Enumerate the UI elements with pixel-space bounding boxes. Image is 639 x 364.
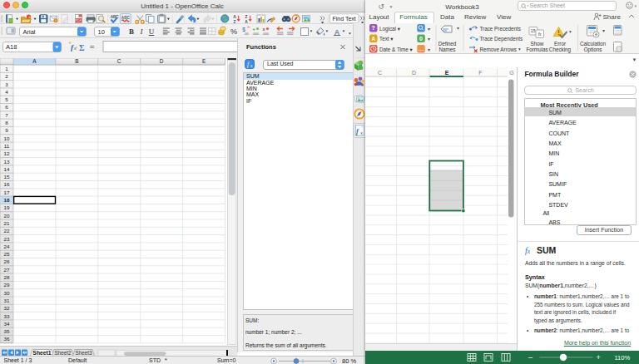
svg-text:C: C	[117, 58, 121, 64]
svg-text:Checking: Checking	[548, 47, 571, 53]
svg-text:A: A	[233, 15, 236, 19]
svg-text:17: 17	[4, 189, 10, 194]
svg-text:11: 11	[4, 142, 10, 148]
svg-text:A18: A18	[6, 43, 17, 51]
svg-text:Arial: Arial	[23, 28, 36, 36]
svg-text:35: 35	[4, 328, 10, 334]
svg-text:PDF: PDF	[76, 19, 82, 22]
svg-text:?: ?	[371, 25, 374, 31]
svg-text:Trace Dependents: Trace Dependents	[479, 36, 523, 42]
svg-text:36: 36	[4, 336, 10, 342]
svg-text:F: F	[478, 70, 482, 76]
svg-text:.000: .000	[262, 32, 270, 36]
svg-text:Z: Z	[245, 15, 248, 19]
svg-text:20: 20	[4, 212, 10, 218]
svg-text:26: 26	[4, 258, 10, 264]
svg-text:0: 0	[419, 35, 423, 41]
svg-text:x: x	[360, 130, 363, 135]
svg-text:Remove Arrows: Remove Arrows	[479, 46, 516, 52]
svg-text:▾: ▾	[569, 29, 572, 34]
svg-text:1: 1	[5, 65, 8, 71]
svg-text:I: I	[140, 27, 144, 36]
svg-text:15: 15	[530, 27, 535, 32]
svg-text:=: =	[90, 43, 94, 52]
svg-text:22: 22	[4, 228, 10, 234]
svg-text:19: 19	[4, 204, 10, 210]
svg-text:13: 13	[4, 158, 10, 164]
svg-text:2: 2	[5, 73, 8, 79]
svg-text:%: %	[230, 27, 237, 36]
svg-text:24: 24	[4, 243, 10, 248]
svg-text:E: E	[202, 58, 206, 64]
svg-text:B: B	[75, 58, 78, 64]
svg-text:▾: ▾	[457, 26, 459, 31]
svg-text:Formulas: Formulas	[526, 47, 547, 52]
svg-text:A: A	[371, 35, 375, 41]
svg-text:16: 16	[4, 181, 10, 187]
svg-text:▾: ▾	[428, 47, 430, 52]
svg-text:Logical ▾: Logical ▾	[379, 25, 401, 32]
svg-text:–: –	[528, 353, 532, 362]
svg-text:28: 28	[4, 274, 10, 280]
svg-text:18: 18	[4, 197, 10, 203]
svg-text:B: B	[129, 27, 134, 36]
svg-text:Options: Options	[583, 47, 602, 53]
svg-text:3: 3	[5, 81, 8, 86]
svg-text:.00: .00	[244, 32, 249, 36]
svg-text:29: 29	[4, 282, 10, 288]
svg-text:▾: ▾	[428, 37, 430, 42]
svg-text:10: 10	[98, 28, 105, 36]
svg-text:+: +	[596, 353, 600, 362]
svg-text:fx: fx	[537, 32, 541, 37]
svg-text:27: 27	[4, 266, 10, 272]
svg-text:D: D	[411, 70, 415, 76]
svg-text:110%: 110%	[614, 354, 630, 362]
svg-text:23: 23	[4, 235, 10, 241]
svg-text:Z: Z	[234, 20, 236, 24]
svg-text:Error: Error	[554, 40, 566, 46]
svg-text:30: 30	[4, 289, 10, 295]
svg-text:D: D	[160, 58, 164, 64]
svg-text:7: 7	[5, 111, 8, 117]
svg-text:…: …	[418, 45, 424, 51]
svg-text:31: 31	[4, 297, 10, 303]
svg-text:10: 10	[4, 135, 10, 140]
svg-text:Text ▾: Text ▾	[379, 36, 394, 42]
svg-text:.000: .000	[252, 32, 260, 36]
svg-text:▾: ▾	[518, 47, 521, 52]
svg-text:G: G	[509, 70, 513, 76]
svg-text:A: A	[32, 58, 37, 64]
svg-text:25: 25	[4, 251, 10, 257]
svg-text:Σ: Σ	[79, 43, 85, 52]
svg-text:8: 8	[5, 120, 8, 125]
svg-text:▾: ▾	[428, 26, 430, 31]
svg-text:▾: ▾	[602, 28, 605, 33]
svg-text:ABC: ABC	[121, 16, 131, 20]
svg-text:4: 4	[5, 88, 8, 94]
svg-text:Names: Names	[438, 47, 455, 52]
svg-text:Show: Show	[530, 40, 543, 46]
svg-text:C: C	[377, 70, 381, 76]
svg-text:14: 14	[4, 165, 10, 171]
svg-text:33: 33	[4, 312, 10, 318]
svg-text:9: 9	[5, 127, 8, 133]
svg-text:Date & Time ▾: Date & Time ▾	[379, 46, 413, 52]
svg-text:32: 32	[4, 305, 10, 311]
svg-text:15: 15	[4, 174, 10, 180]
svg-text:34: 34	[4, 320, 10, 326]
svg-text:Trace Precedents: Trace Precedents	[479, 25, 520, 31]
svg-text:Defined: Defined	[438, 40, 456, 46]
svg-text:U: U	[149, 27, 155, 36]
svg-text:Find Text: Find Text	[333, 16, 356, 22]
svg-text:ABC: ABC	[111, 15, 120, 19]
svg-text:6: 6	[5, 104, 8, 110]
svg-text:E: E	[444, 70, 448, 76]
svg-text:12: 12	[4, 150, 10, 156]
svg-text:Calculation: Calculation	[579, 40, 606, 46]
svg-text:21: 21	[4, 219, 10, 225]
svg-text:A: A	[245, 20, 248, 24]
svg-text:5: 5	[5, 96, 8, 102]
